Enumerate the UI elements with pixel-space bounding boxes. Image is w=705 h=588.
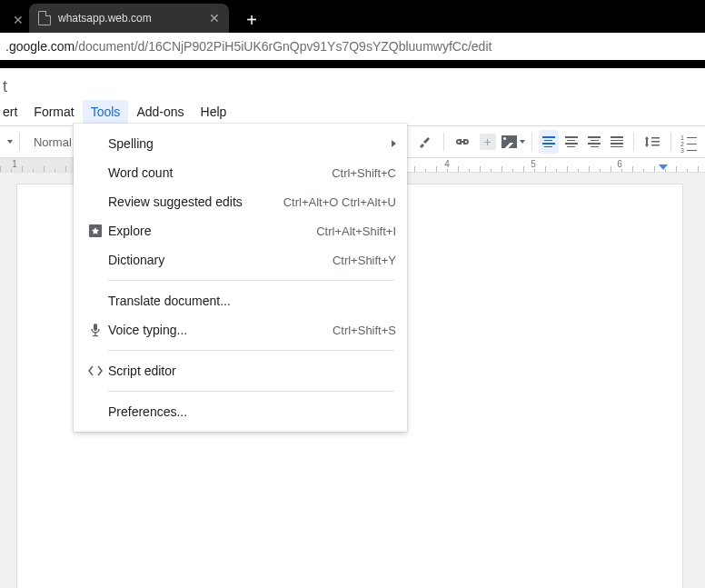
menu-item-translate[interactable]: Translate document... [74,286,407,315]
ruler-tick [11,169,12,172]
svg-rect-2 [651,141,660,143]
menu-insert-partial[interactable]: ert [0,100,25,124]
browser-tab[interactable]: whatsapp.web.com ✕ [29,4,229,33]
menu-item-preferences[interactable]: Preferences... [74,397,407,426]
menu-tools[interactable]: Tools [83,100,129,124]
chevron-right-icon [392,140,396,147]
ruler-tick [611,166,611,172]
chevron-down-icon[interactable] [7,140,13,144]
shortcut-label: Ctrl+Shift+C [332,166,396,180]
menu-label: Translate document... [108,294,231,308]
paragraph-style-select[interactable]: Normal [26,130,79,154]
menu-item-voice-typing[interactable]: Voice typing... Ctrl+Shift+S [74,315,407,344]
doc-title[interactable]: t [0,68,705,98]
align-justify-button[interactable] [606,130,627,154]
ruler-tick [22,166,23,172]
menu-label: Preferences... [108,404,187,419]
menu-label: Word count [108,165,173,180]
style-label: Normal [34,135,72,149]
shortcut-label: Ctrl+Alt+O Ctrl+Alt+U [283,195,396,209]
tools-menu-dropdown: Spelling Word count Ctrl+Shift+C Review … [74,124,407,432]
align-center-button[interactable] [561,130,581,154]
tab-close-icon[interactable]: ✕ [209,11,220,25]
numbered-list-icon: 1 2 3 [680,135,699,149]
ruler-tick [65,166,66,172]
script-icon [84,364,106,377]
highlighter-icon [417,134,433,150]
close-icon[interactable]: ✕ [7,7,29,33]
ruler-tick [643,169,644,172]
page-icon [38,11,51,25]
menu-format[interactable]: Format [25,100,82,124]
ruler-tick [523,166,524,172]
ruler-tick [654,166,655,172]
ruler-tick [436,166,437,172]
highlight-color-button[interactable] [413,130,437,154]
insert-image-button[interactable] [501,130,525,154]
menu-item-spelling[interactable]: Spelling [74,129,407,158]
ruler-tick [545,166,546,172]
ruler-number: 4 [444,159,450,169]
chevron-down-icon [520,140,525,144]
indent-marker[interactable] [659,164,668,170]
ruler-number: 6 [617,159,622,169]
menu-bar: ert Format Tools Add-ons Help [0,98,705,125]
ruler-tick [567,166,568,172]
ruler-tick [512,169,513,172]
menu-item-explore[interactable]: Explore Ctrl+Alt+Shift+I [74,216,407,245]
ruler-tick [458,166,459,172]
tab-strip: ✕ whatsapp.web.com ✕ + [0,0,705,33]
insert-link-button[interactable] [451,130,474,154]
separator [670,133,671,151]
ruler-tick [556,169,557,172]
new-tab-button[interactable]: + [238,7,265,33]
align-right-button[interactable] [583,130,604,154]
menu-addons[interactable]: Add-ons [128,100,192,124]
numbered-list-button[interactable]: 1 2 3 [678,130,701,154]
ruler-tick [632,166,633,172]
menu-help[interactable]: Help [193,100,235,124]
line-spacing-button[interactable] [640,130,664,154]
align-left-button[interactable] [539,130,560,154]
tab-title: whatsapp.web.com [58,12,152,25]
menu-label: Explore [108,224,151,238]
ruler-tick [447,169,448,172]
ruler-tick [621,169,622,172]
ruler-tick [480,166,481,172]
ruler-tick [534,169,535,172]
svg-rect-0 [460,141,465,143]
menu-item-review-edits[interactable]: Review suggested edits Ctrl+Alt+O Ctrl+A… [74,187,407,216]
menu-item-script-editor[interactable]: Script editor [74,356,407,385]
plus-icon: + [480,134,496,150]
ruler-tick [698,166,699,172]
ruler-tick [0,166,1,172]
menu-label: Dictionary [108,253,164,267]
url-host: .google.com [5,39,74,54]
svg-rect-6 [94,333,95,335]
separator [633,133,634,151]
ruler-tick [33,169,34,172]
menu-item-dictionary[interactable]: Dictionary Ctrl+Shift+Y [74,245,407,274]
shortcut-label: Ctrl+Shift+Y [333,254,396,267]
svg-rect-5 [94,324,97,331]
line-spacing-icon [644,135,660,149]
svg-rect-7 [93,335,98,336]
svg-rect-3 [651,145,660,146]
menu-separator [108,280,394,281]
menu-item-word-count[interactable]: Word count Ctrl+Shift+C [74,158,407,187]
svg-rect-1 [651,137,660,139]
ruler-tick [469,169,470,172]
ruler-tick [676,166,677,172]
ruler-number: 5 [531,159,536,169]
shortcut-label: Ctrl+Shift+S [333,324,396,337]
image-icon [501,135,517,148]
toolbar-shadow [0,59,705,68]
separator [443,133,444,151]
ruler-tick [665,169,666,172]
ruler-tick [44,166,45,172]
ruler-tick [55,169,55,172]
url-bar[interactable]: .google.com/document/d/16CNjP902PiH5iUK6… [0,33,705,60]
ruler-tick [687,169,688,172]
url-path: /document/d/16CNjP902PiH5iUK6rGnQpv91Ys7… [74,39,492,54]
add-comment-button[interactable]: + [476,130,500,154]
